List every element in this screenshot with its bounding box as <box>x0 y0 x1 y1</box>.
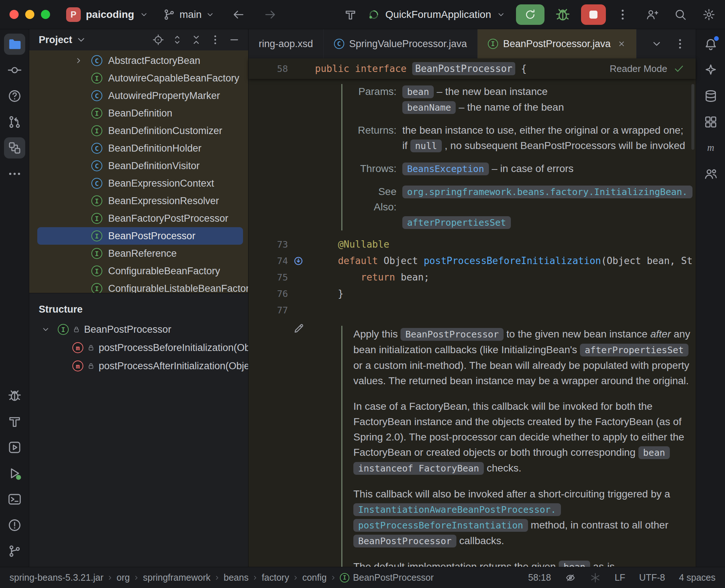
project-tree-item[interactable]: IBeanExpressionResolver <box>29 192 248 210</box>
database-button[interactable] <box>700 85 721 107</box>
version-control-button[interactable] <box>4 541 25 562</box>
structure-tree-item[interactable]: mpostProcessAfterInitialization(Objec <box>29 357 248 375</box>
branch-widget[interactable]: main <box>163 8 215 21</box>
debug-button[interactable] <box>4 385 25 406</box>
doc-emphasis: after <box>650 328 671 340</box>
code-segment: } <box>315 288 343 299</box>
doc-link[interactable]: postProcessBeforeInstantiation <box>353 519 528 532</box>
project-tree-item[interactable]: IConfigurableBeanFactory <box>29 262 248 280</box>
project-tree-item[interactable]: IBeanPostProcessor <box>37 227 243 245</box>
terminal-button[interactable] <box>4 489 25 510</box>
back-button[interactable] <box>232 8 245 21</box>
project-tree-item[interactable]: IConfigurableListableBeanFactory <box>29 280 248 293</box>
indent-selector[interactable]: 4 spaces <box>679 572 715 583</box>
collaboration-button[interactable] <box>700 163 721 184</box>
project-tree-item[interactable]: IBeanReference <box>29 245 248 262</box>
project-tree-item[interactable]: CBeanDefinitionHolder <box>29 140 248 157</box>
zoom-window-button[interactable] <box>41 10 50 19</box>
project-tree-item[interactable]: IBeanDefinitionCustomizer <box>29 122 248 140</box>
build-button[interactable] <box>344 8 357 21</box>
search-everywhere-button[interactable] <box>674 8 687 21</box>
highlighting-level-icon[interactable] <box>565 572 576 583</box>
minimize-window-button[interactable] <box>25 10 34 19</box>
panel-options-button[interactable] <box>209 34 221 46</box>
ai-assistant-button[interactable] <box>700 60 721 81</box>
code-line[interactable]: 73 @Nullable <box>248 236 696 253</box>
caret-position[interactable]: 58:18 <box>528 572 551 583</box>
doc-label: See Also: <box>353 184 396 215</box>
project-tree-item[interactable]: IBeanFactoryPostProcessor <box>29 210 248 227</box>
code-with-me-button[interactable] <box>645 8 658 21</box>
breadcrumb-item[interactable]: factory <box>262 572 289 583</box>
line-ending-selector[interactable]: LF <box>615 572 625 583</box>
project-panel-title[interactable]: Project <box>39 34 72 46</box>
tab-options-button[interactable] <box>674 38 686 50</box>
structure-tree-item[interactable]: mpostProcessBeforeInitialization(Obj <box>29 339 248 357</box>
code-line[interactable]: 75 return bean; <box>248 269 696 286</box>
code-line[interactable]: 76 } <box>248 286 696 302</box>
code-segment: return <box>361 272 395 283</box>
doc-link[interactable]: BeansException <box>402 163 489 175</box>
project-tree-item[interactable]: IBeanDefinition <box>29 104 248 122</box>
doc-link[interactable]: afterPropertiesSet <box>402 216 511 229</box>
project-widget[interactable]: P paicoding <box>66 7 149 22</box>
project-tree-item[interactable]: CBeanDefinitionVisitor <box>29 157 248 175</box>
breadcrumb-item[interactable]: beans <box>224 572 248 583</box>
more-actions-button[interactable] <box>616 8 629 21</box>
structure-tree-item[interactable]: IBeanPostProcessor <box>29 320 248 339</box>
editor-scrollbar[interactable] <box>691 84 694 150</box>
code-block: 73 @Nullable74 default Object postProces… <box>248 236 696 318</box>
editor-content[interactable]: Params:bean – the new bean instancebeanN… <box>248 79 696 567</box>
breadcrumb-item[interactable]: springframework <box>143 572 210 583</box>
editor-tab[interactable]: IBeanPostProcessor.java <box>478 29 637 58</box>
structure-button[interactable] <box>4 137 25 159</box>
doc-link[interactable]: org.springframework.beans.factory.Initia… <box>402 186 692 198</box>
debug-button[interactable] <box>555 7 571 23</box>
run-button[interactable] <box>4 463 25 484</box>
rerun-button[interactable] <box>516 4 544 25</box>
code-line[interactable]: 77 <box>248 302 696 318</box>
select-opened-file-button[interactable] <box>152 34 164 46</box>
forward-button[interactable] <box>264 8 277 21</box>
breadcrumb-item[interactable]: spring-beans-5.3.21.jar <box>10 572 103 583</box>
editor-tab[interactable]: CSpringValueProcessor.java <box>324 29 478 58</box>
maven-button[interactable]: m <box>700 137 721 159</box>
more-horizontal-button[interactable] <box>4 163 25 184</box>
project-folder-button[interactable] <box>4 34 25 55</box>
project-tree-item[interactable]: IAutowireCapableBeanFactory <box>29 69 248 87</box>
expand-button[interactable] <box>171 34 183 46</box>
help-button[interactable] <box>4 85 25 107</box>
breadcrumb-item[interactable]: org <box>117 572 130 583</box>
stop-button[interactable] <box>581 4 606 25</box>
breadcrumb-item[interactable]: config <box>302 572 327 583</box>
editor-tab[interactable]: ring-aop.xsd <box>248 29 324 58</box>
project-tree-item[interactable]: CAutowiredPropertyMarker <box>29 87 248 104</box>
tree-item-label: AbstractFactoryBean <box>108 55 200 66</box>
problems-button[interactable] <box>4 515 25 536</box>
run-configuration-selector[interactable]: QuickForumApplication <box>367 8 506 21</box>
tree-item-label: BeanExpressionContext <box>108 178 214 189</box>
commit-button[interactable] <box>4 60 25 81</box>
doc-paragraph: Apply this BeanPostProcessor to the give… <box>353 327 696 389</box>
close-window-button[interactable] <box>10 10 19 19</box>
tab-list-button[interactable] <box>650 38 663 50</box>
notifications-button[interactable] <box>700 34 721 55</box>
reader-mode-toggle[interactable]: Reader Mode <box>610 63 685 75</box>
encoding-selector[interactable]: UTF-8 <box>639 572 665 583</box>
snowflake-icon[interactable] <box>590 572 601 583</box>
build-button[interactable] <box>4 411 25 432</box>
settings-button[interactable] <box>702 8 715 21</box>
close-tab-icon[interactable] <box>617 39 626 48</box>
project-tree-item[interactable]: CAbstractFactoryBean <box>29 52 248 69</box>
hide-panel-button[interactable] <box>228 34 240 46</box>
code-line[interactable]: 74 default Object postProcessBeforeIniti… <box>248 253 696 269</box>
pull-requests-button[interactable] <box>4 111 25 133</box>
sticky-header[interactable]: 58 public interface BeanPostProcessor { … <box>248 58 696 79</box>
plugins-button[interactable] <box>700 111 721 133</box>
collapse-all-button[interactable] <box>190 34 202 46</box>
services-button[interactable] <box>4 437 25 458</box>
breadcrumb-item[interactable]: IBeanPostProcessor <box>340 572 434 583</box>
project-tree-item[interactable]: CBeanExpressionContext <box>29 175 248 192</box>
edit-source-icon[interactable] <box>293 322 305 335</box>
doc-link[interactable]: InstantiationAwareBeanPostProcessor. <box>353 503 561 516</box>
